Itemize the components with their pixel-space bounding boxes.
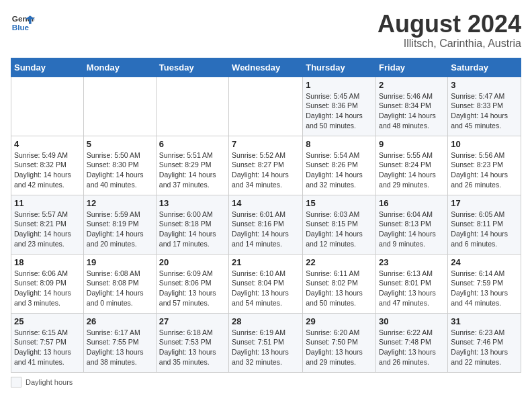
day-number: 3 <box>451 80 518 90</box>
header: General Blue August 2024 Illitsch, Carin… <box>11 11 521 50</box>
svg-text:Blue: Blue <box>12 23 30 32</box>
column-header-thursday: Thursday <box>303 58 376 77</box>
day-number: 18 <box>14 257 81 267</box>
calendar-cell: 25Sunrise: 6:15 AM Sunset: 7:57 PM Dayli… <box>11 313 84 372</box>
week-row: 1Sunrise: 5:45 AM Sunset: 8:36 PM Daylig… <box>11 77 521 136</box>
calendar-cell: 10Sunrise: 5:56 AM Sunset: 8:23 PM Dayli… <box>448 136 521 195</box>
day-info: Sunrise: 6:11 AM Sunset: 8:02 PM Dayligh… <box>306 269 373 308</box>
day-number: 31 <box>451 316 518 326</box>
day-number: 20 <box>159 257 226 267</box>
calendar-cell: 8Sunrise: 5:54 AM Sunset: 8:26 PM Daylig… <box>303 136 376 195</box>
column-header-wednesday: Wednesday <box>229 58 303 77</box>
column-header-saturday: Saturday <box>448 58 521 77</box>
day-info: Sunrise: 5:54 AM Sunset: 8:26 PM Dayligh… <box>306 150 373 190</box>
calendar-cell: 19Sunrise: 6:08 AM Sunset: 8:08 PM Dayli… <box>83 254 156 313</box>
day-number: 25 <box>14 316 81 326</box>
calendar-cell: 29Sunrise: 6:20 AM Sunset: 7:50 PM Dayli… <box>303 313 376 372</box>
calendar-table: SundayMondayTuesdayWednesdayThursdayFrid… <box>11 58 521 373</box>
calendar-cell: 24Sunrise: 6:14 AM Sunset: 7:59 PM Dayli… <box>448 254 521 313</box>
day-info: Sunrise: 6:01 AM Sunset: 8:16 PM Dayligh… <box>232 210 300 249</box>
calendar-cell: 30Sunrise: 6:22 AM Sunset: 7:48 PM Dayli… <box>376 313 448 372</box>
day-number: 26 <box>87 316 153 326</box>
calendar-cell: 5Sunrise: 5:50 AM Sunset: 8:30 PM Daylig… <box>83 136 156 195</box>
week-row: 18Sunrise: 6:06 AM Sunset: 8:09 PM Dayli… <box>11 254 521 313</box>
day-number: 24 <box>451 257 518 267</box>
calendar-cell: 4Sunrise: 5:49 AM Sunset: 8:32 PM Daylig… <box>11 136 84 195</box>
day-info: Sunrise: 6:13 AM Sunset: 8:01 PM Dayligh… <box>379 269 445 308</box>
calendar-cell: 28Sunrise: 6:19 AM Sunset: 7:51 PM Dayli… <box>229 313 303 372</box>
location-title: Illitsch, Carinthia, Austria <box>378 38 521 50</box>
calendar-cell <box>11 77 84 136</box>
day-number: 11 <box>14 198 81 208</box>
day-info: Sunrise: 6:06 AM Sunset: 8:09 PM Dayligh… <box>14 269 81 308</box>
calendar-cell: 27Sunrise: 6:18 AM Sunset: 7:53 PM Dayli… <box>156 313 228 372</box>
day-number: 10 <box>451 139 518 149</box>
day-info: Sunrise: 6:22 AM Sunset: 7:48 PM Dayligh… <box>379 328 445 367</box>
week-row: 11Sunrise: 5:57 AM Sunset: 8:21 PM Dayli… <box>11 195 521 254</box>
day-info: Sunrise: 5:47 AM Sunset: 8:33 PM Dayligh… <box>451 91 518 131</box>
calendar-cell: 16Sunrise: 6:04 AM Sunset: 8:13 PM Dayli… <box>376 195 448 254</box>
week-row: 25Sunrise: 6:15 AM Sunset: 7:57 PM Dayli… <box>11 313 521 372</box>
calendar-cell: 3Sunrise: 5:47 AM Sunset: 8:33 PM Daylig… <box>448 77 521 136</box>
month-title: August 2024 <box>378 11 521 38</box>
calendar-cell: 23Sunrise: 6:13 AM Sunset: 8:01 PM Dayli… <box>376 254 448 313</box>
calendar-cell: 13Sunrise: 6:00 AM Sunset: 8:18 PM Dayli… <box>156 195 228 254</box>
day-number: 12 <box>87 198 153 208</box>
day-number: 14 <box>232 198 300 208</box>
column-header-sunday: Sunday <box>11 58 84 77</box>
day-info: Sunrise: 5:52 AM Sunset: 8:27 PM Dayligh… <box>232 150 300 190</box>
logo-icon: General Blue <box>11 11 35 35</box>
column-header-friday: Friday <box>376 58 448 77</box>
day-number: 28 <box>232 316 300 326</box>
calendar-cell: 6Sunrise: 5:51 AM Sunset: 8:29 PM Daylig… <box>156 136 228 195</box>
calendar-cell: 15Sunrise: 6:03 AM Sunset: 8:15 PM Dayli… <box>303 195 376 254</box>
calendar-cell <box>83 77 156 136</box>
calendar-cell <box>156 77 228 136</box>
day-info: Sunrise: 5:45 AM Sunset: 8:36 PM Dayligh… <box>306 91 373 131</box>
day-info: Sunrise: 6:00 AM Sunset: 8:18 PM Dayligh… <box>159 210 226 249</box>
day-info: Sunrise: 6:08 AM Sunset: 8:08 PM Dayligh… <box>87 269 153 308</box>
calendar-cell: 14Sunrise: 6:01 AM Sunset: 8:16 PM Dayli… <box>229 195 303 254</box>
day-info: Sunrise: 6:14 AM Sunset: 7:59 PM Dayligh… <box>451 269 518 308</box>
day-number: 17 <box>451 198 518 208</box>
legend-label: Daylight hours <box>26 378 73 386</box>
footer: Daylight hours <box>11 377 521 387</box>
day-number: 7 <box>232 139 300 149</box>
day-info: Sunrise: 5:46 AM Sunset: 8:34 PM Dayligh… <box>379 91 445 131</box>
column-header-monday: Monday <box>83 58 156 77</box>
day-number: 29 <box>306 316 373 326</box>
day-info: Sunrise: 5:50 AM Sunset: 8:30 PM Dayligh… <box>87 150 153 190</box>
header-row: SundayMondayTuesdayWednesdayThursdayFrid… <box>11 58 521 77</box>
day-number: 16 <box>379 198 445 208</box>
column-header-tuesday: Tuesday <box>156 58 228 77</box>
title-area: August 2024 Illitsch, Carinthia, Austria <box>378 11 521 50</box>
calendar-cell: 18Sunrise: 6:06 AM Sunset: 8:09 PM Dayli… <box>11 254 84 313</box>
calendar-cell: 12Sunrise: 5:59 AM Sunset: 8:19 PM Dayli… <box>83 195 156 254</box>
logo: General Blue <box>11 11 35 35</box>
calendar-cell: 7Sunrise: 5:52 AM Sunset: 8:27 PM Daylig… <box>229 136 303 195</box>
calendar-cell: 17Sunrise: 6:05 AM Sunset: 8:11 PM Dayli… <box>448 195 521 254</box>
day-number: 13 <box>159 198 226 208</box>
day-number: 9 <box>379 139 445 149</box>
day-info: Sunrise: 6:05 AM Sunset: 8:11 PM Dayligh… <box>451 210 518 249</box>
day-info: Sunrise: 5:57 AM Sunset: 8:21 PM Dayligh… <box>14 210 81 249</box>
day-info: Sunrise: 6:03 AM Sunset: 8:15 PM Dayligh… <box>306 210 373 249</box>
calendar-cell: 11Sunrise: 5:57 AM Sunset: 8:21 PM Dayli… <box>11 195 84 254</box>
day-info: Sunrise: 5:51 AM Sunset: 8:29 PM Dayligh… <box>159 150 226 190</box>
calendar-cell <box>229 77 303 136</box>
week-row: 4Sunrise: 5:49 AM Sunset: 8:32 PM Daylig… <box>11 136 521 195</box>
day-info: Sunrise: 5:56 AM Sunset: 8:23 PM Dayligh… <box>451 150 518 190</box>
calendar-cell: 1Sunrise: 5:45 AM Sunset: 8:36 PM Daylig… <box>303 77 376 136</box>
day-info: Sunrise: 6:18 AM Sunset: 7:53 PM Dayligh… <box>159 328 226 367</box>
calendar-cell: 2Sunrise: 5:46 AM Sunset: 8:34 PM Daylig… <box>376 77 448 136</box>
day-info: Sunrise: 6:10 AM Sunset: 8:04 PM Dayligh… <box>232 269 300 308</box>
calendar-cell: 22Sunrise: 6:11 AM Sunset: 8:02 PM Dayli… <box>303 254 376 313</box>
calendar-cell: 26Sunrise: 6:17 AM Sunset: 7:55 PM Dayli… <box>83 313 156 372</box>
day-info: Sunrise: 6:23 AM Sunset: 7:46 PM Dayligh… <box>451 328 518 367</box>
day-number: 22 <box>306 257 373 267</box>
day-number: 30 <box>379 316 445 326</box>
day-info: Sunrise: 6:20 AM Sunset: 7:50 PM Dayligh… <box>306 328 373 367</box>
day-info: Sunrise: 5:49 AM Sunset: 8:32 PM Dayligh… <box>14 150 81 190</box>
day-info: Sunrise: 6:15 AM Sunset: 7:57 PM Dayligh… <box>14 328 81 367</box>
day-info: Sunrise: 6:19 AM Sunset: 7:51 PM Dayligh… <box>232 328 300 367</box>
